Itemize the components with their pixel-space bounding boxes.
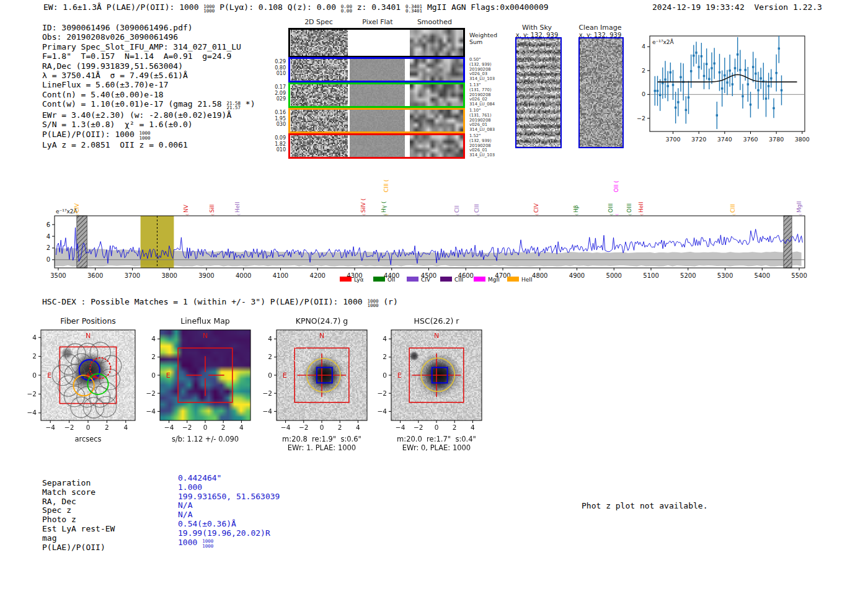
y-tick-label: 2 [151, 353, 156, 360]
with-sky-image [515, 37, 562, 148]
match-row-label: Separation [42, 479, 115, 488]
x-tick-label: 3800 [162, 272, 177, 279]
masked-band [784, 216, 792, 268]
stacked-fraction: 10001000 [367, 299, 378, 308]
y-tick-label: 2 [46, 244, 50, 251]
x-tick-label: 4 [356, 424, 360, 431]
row-weight-labels: 0.290.80010 [262, 59, 286, 77]
y-tick-label: 4 [383, 335, 387, 342]
spec2d-row [288, 57, 465, 82]
match-row-label: Spec z [42, 506, 115, 515]
info-line: RA,Dec (199.931839,51.563004) [42, 61, 255, 71]
lineflux-map-overlay: −4−2024−4−2024NE [138, 315, 273, 454]
y-tick-label: 0 [642, 91, 645, 97]
legend-swatch [440, 277, 452, 282]
match-row-label: mag [42, 534, 115, 543]
emission-line-label: CII [454, 205, 460, 213]
match-row-value: 19.99(19.96,20.02)R [178, 529, 280, 538]
x-tick-label: 3740 [717, 136, 732, 143]
y-tick-label: 4 [32, 334, 37, 341]
stacked-fraction: 0.34010.3401 [405, 4, 422, 14]
match-row-value: N/A [178, 501, 280, 510]
x-tick-label: 3780 [769, 136, 784, 143]
emission-line-tick: ( [614, 214, 619, 215]
y-tick-label: 2 [268, 353, 272, 360]
x-tick-label: 4100 [273, 272, 288, 279]
pixel-flat-image [350, 84, 405, 106]
emission-line-label: CIII [474, 204, 480, 213]
y-tick-label: 2 [642, 67, 645, 74]
x-tick-label: −4 [164, 424, 174, 431]
emission-line-tick: ( [210, 214, 215, 215]
x-tick-label: 3800 [795, 136, 810, 143]
row-weight-labels: 0.172.09029 [262, 84, 286, 102]
with-sky-title: With Skyx, y: 132, 939 [503, 24, 571, 38]
x-tick-label: 4000 [236, 272, 251, 279]
y-tick-label: 0 [383, 371, 387, 379]
info-line: S/N = 1.3(±0.8) χ² = 1.6(±0.0) [42, 120, 255, 129]
header-summary: EW: 1.6±1.3Å P(LAE)/P(OII): 1000 1000100… [43, 2, 549, 14]
hsc-dex-summary: HSC-DEX : Possible Matches = 1 (within +… [42, 297, 398, 308]
pixel-flat-image [350, 110, 405, 131]
x-tick-label: 5400 [755, 272, 770, 279]
emission-line-tick: ( [639, 214, 644, 215]
x-tick-label: 5300 [717, 272, 733, 279]
match-row-value: 1.000 [178, 483, 280, 492]
x-tick-label: 0 [203, 424, 208, 431]
x-tick-label: 2 [105, 424, 109, 431]
fiber-positions-overlay: −4−2024−4−2024NE [19, 315, 157, 454]
x-tick-label: 2 [338, 424, 342, 431]
emission-line-label: CIV [74, 203, 80, 213]
info-line: EWr = 3.40(±2.30) (w: -2.80(±0.02)e19)Å [42, 110, 255, 120]
smoothed-image [410, 59, 463, 81]
row-fiber-labels: 1.52"(132, 939)20190208v026_01314_LU_103 [469, 134, 514, 158]
x-tick-label: 3720 [691, 136, 706, 143]
compass-north-label: N [203, 332, 208, 340]
legend-label: MgII [488, 277, 500, 283]
info-line: LyA z = 2.0851 OII z = 0.0061 [42, 140, 255, 149]
smoothed-image [410, 135, 463, 157]
legend-swatch [407, 277, 418, 282]
x-tick-label: 5000 [606, 272, 622, 279]
column-header-smoothed: Smoothed [406, 18, 463, 26]
emission-line-label: NV [183, 204, 189, 213]
y-tick-label: −2 [263, 389, 272, 397]
emission-line-label: SiII [209, 204, 215, 213]
stacked-fraction: 10001000 [140, 131, 151, 140]
compass-east-label: E [47, 371, 51, 380]
stacked-fraction: 21.5821.57 [226, 101, 241, 110]
emission-line-tick: ( [732, 214, 736, 215]
x-tick-label: −2 [64, 424, 74, 431]
row-weight-labels: 0.091.82010 [262, 135, 286, 153]
info-line: LineFlux = 5.60(±3.70)e-17 [42, 80, 255, 89]
match-row-value: 1000 10001000 [178, 538, 280, 549]
match-table-values: 0.442464"1.000199.931650, 51.563039N/AN/… [178, 474, 280, 548]
emission-line-tick: ( [361, 214, 366, 215]
emission-line-label: HeII [234, 202, 241, 213]
x-tick-label: 3600 [87, 272, 103, 279]
x-tick-label: 0 [86, 424, 91, 431]
y-tick-label: 2 [32, 352, 37, 360]
legend-label: CIV [421, 277, 431, 283]
info-line: λ = 3750.41Å σ = 7.49(±5.61)Å [42, 71, 255, 80]
emission-line-tick: ( [75, 214, 79, 215]
x-tick-label: 5200 [680, 272, 696, 279]
y-tick-label: 4 [151, 335, 156, 342]
full-spectrum-plot: 3500360037003800390040004100420043004400… [0, 163, 868, 290]
y-tick-label: 4 [268, 335, 272, 342]
clean-image-title-text: Clean Image [566, 24, 634, 32]
clean-image [578, 37, 624, 148]
stacked-fraction: 10001000 [203, 4, 215, 14]
spec2d-row [288, 108, 465, 133]
info-line: Obs: 20190208v026_3090061496 [42, 32, 255, 42]
report-version: Version 1.22.3 [754, 2, 822, 12]
y-tick-label: 4 [642, 43, 645, 50]
compass-north-label: N [434, 332, 439, 340]
emission-line-tick: ( [384, 214, 389, 215]
hsc-cutout-panel: HSC(26.2) r −4−2024−4−2024NE m:20.0 re:1… [369, 315, 504, 454]
plot-units-label: e⁻¹⁷x2Å [652, 38, 675, 45]
smoothed-image [410, 30, 463, 56]
x-tick-label: 5100 [643, 272, 658, 279]
x-tick-label: −4 [396, 424, 405, 431]
x-tick-label: 4900 [569, 272, 585, 279]
